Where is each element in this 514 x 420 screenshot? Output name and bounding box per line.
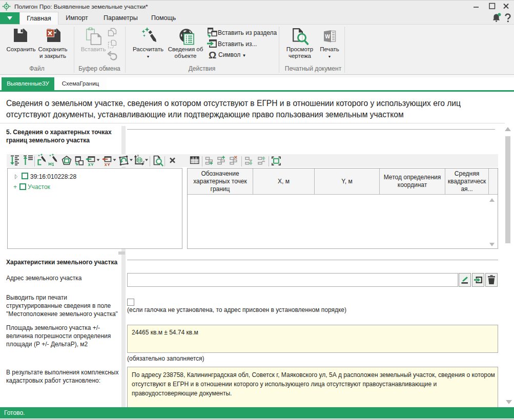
svg-text:Ω: Ω [209,50,216,60]
svg-text:y: y [143,160,145,164]
svg-text:W: W [325,33,330,39]
svg-text:x: x [137,154,139,157]
